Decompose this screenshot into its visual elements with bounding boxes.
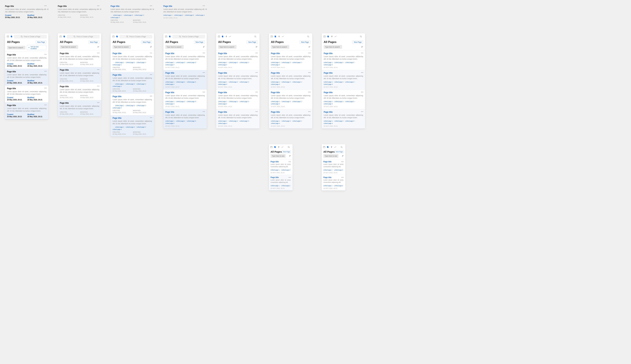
list-item[interactable]: •••Page titleLorem ipsum dolor sit amet,…	[322, 90, 365, 109]
search-input[interactable]	[112, 45, 131, 49]
more-icon[interactable]: •••	[202, 72, 205, 74]
more-icon[interactable]: •••	[308, 91, 311, 93]
page-title[interactable]: Page title	[163, 5, 207, 7]
list-item[interactable]: •••Page titleLorem ipsum dolor sit amet,…	[322, 175, 346, 190]
list-item[interactable]: ••• Page title Lorem ipsum dolor sit ame…	[5, 102, 48, 119]
new-page-button[interactable]: New Page	[335, 150, 344, 153]
pages-icon[interactable]	[274, 36, 276, 38]
list-item[interactable]: •••Page titleLorem ipsum dolor sit amet,…	[322, 109, 365, 128]
sort-icon[interactable]	[289, 155, 291, 157]
more-icon[interactable]: •••	[308, 72, 311, 74]
search-toggle[interactable]	[285, 145, 291, 149]
more-icon[interactable]: •••	[255, 110, 258, 112]
pages-icon[interactable]	[274, 146, 276, 148]
more-icon[interactable]: •••	[44, 87, 47, 89]
list-item[interactable]: •••Page titleLorem ipsum dolor sit amet,…	[110, 72, 154, 94]
search-toggle[interactable]	[285, 35, 311, 38]
calendar-icon[interactable]	[323, 36, 326, 38]
find-or-create[interactable]: Find or Create a Page	[172, 35, 205, 38]
new-page-button[interactable]: New Page	[247, 40, 258, 44]
sort-button[interactable]: Sort by last modified	[27, 45, 46, 50]
trends-icon[interactable]	[281, 146, 284, 148]
more-icon[interactable]: •••	[202, 110, 205, 112]
more-icon[interactable]: •••	[255, 72, 258, 74]
search-input[interactable]	[218, 45, 236, 49]
more-icon[interactable]: •••	[150, 116, 152, 118]
search-toggle[interactable]	[338, 145, 344, 149]
sort-icon[interactable]	[203, 46, 205, 48]
more-icon[interactable]: •••	[341, 176, 344, 178]
linked-page[interactable]: Linked page 1	[113, 14, 122, 16]
pages-icon[interactable]	[169, 36, 171, 38]
search-input[interactable]	[271, 45, 289, 49]
sort-icon[interactable]	[342, 155, 344, 157]
pinned-icon[interactable]	[278, 146, 280, 148]
sort-icon[interactable]	[256, 46, 258, 48]
more-icon[interactable]: •••	[288, 176, 291, 178]
trends-icon[interactable]	[334, 146, 336, 148]
linked-page[interactable]: Linked page 4	[196, 14, 204, 16]
more-icon[interactable]: •••	[97, 52, 100, 54]
sort-icon[interactable]	[309, 46, 310, 48]
more-icon[interactable]: •••	[44, 70, 47, 72]
more-icon[interactable]: •••	[97, 85, 100, 87]
more-icon[interactable]: •••	[361, 110, 364, 112]
list-item[interactable]: •••Page titleLorem ipsum dolor sit amet,…	[216, 90, 260, 109]
list-item[interactable]: ••• Page title Lorem ipsum dolor sit ame…	[5, 69, 48, 86]
linked-page[interactable]: Linked page 4	[110, 17, 120, 18]
find-or-create[interactable]: Find or Create a Page	[14, 35, 47, 38]
list-item[interactable]: •••Page titleLorem ipsum dolor sit amet,…	[269, 50, 312, 70]
list-item[interactable]: •••Page titleLorem ipsum dolor sit amet,…	[322, 50, 365, 70]
list-item[interactable]: •••Page titleLorem ipsum dolor sit amet,…	[163, 50, 207, 70]
more-icon[interactable]: •••	[44, 53, 47, 55]
calendar-icon[interactable]	[270, 36, 273, 38]
pages-icon[interactable]	[63, 36, 66, 38]
list-item[interactable]: •••Page titleLorem ipsum dolor sit amet,…	[163, 70, 207, 90]
more-icon[interactable]: •••	[255, 52, 258, 54]
search-input[interactable]	[165, 45, 184, 49]
more-icon[interactable]: •••	[150, 95, 152, 97]
sort-icon[interactable]	[150, 46, 152, 48]
pages-icon[interactable]	[116, 36, 118, 38]
more-icon[interactable]: •••	[150, 5, 152, 7]
calendar-icon[interactable]	[7, 36, 9, 38]
more-icon[interactable]: •••	[202, 5, 205, 7]
list-item[interactable]: •••Page titleLorem ipsum dolor sit amet,…	[163, 109, 207, 128]
calendar-icon[interactable]	[218, 36, 220, 38]
calendar-icon[interactable]	[60, 36, 62, 38]
new-page-button[interactable]: New Page	[352, 40, 363, 44]
list-item[interactable]: •••Page titleLorem ipsum dolor sit amet,…	[322, 70, 365, 90]
pages-icon[interactable]	[10, 36, 13, 38]
list-item[interactable]: •••Page titleLorem ipsum dolor sit amet,…	[110, 94, 154, 115]
sort-icon[interactable]	[98, 46, 99, 48]
new-page-button[interactable]: New Page	[194, 40, 205, 44]
pages-icon[interactable]	[222, 36, 224, 38]
trends-icon[interactable]	[282, 36, 284, 38]
new-page-button[interactable]: New Page	[300, 40, 310, 44]
linked-page[interactable]: Linked page 2	[174, 14, 183, 16]
more-icon[interactable]: •••	[255, 91, 258, 93]
more-icon[interactable]: •••	[341, 161, 344, 163]
find-or-create[interactable]: Find or Create a Page	[67, 35, 100, 38]
more-icon[interactable]: •••	[202, 52, 205, 54]
pinned-icon[interactable]	[330, 146, 333, 148]
list-item[interactable]: •••Page titleLorem ipsum dolor sit amet,…	[269, 175, 292, 190]
more-icon[interactable]: •••	[308, 52, 311, 54]
pinned-icon[interactable]	[331, 36, 333, 38]
list-item[interactable]: •••Page titleLorem ipsum dolor sit amet,…	[110, 50, 154, 72]
list-item[interactable]: •••Page titleLorem ipsum dolor sit amet,…	[58, 100, 101, 116]
search-toggle[interactable]	[338, 35, 364, 38]
trends-icon[interactable]	[229, 36, 231, 38]
pages-icon[interactable]	[327, 146, 329, 148]
new-page-button[interactable]: New Page	[88, 40, 99, 44]
list-item[interactable]: •••Page titleLorem ipsum dolor sit amet,…	[216, 50, 260, 70]
list-item[interactable]: •••Page titleLorem ipsum dolor sit amet,…	[58, 67, 101, 84]
page-title[interactable]: Page title	[110, 5, 154, 7]
linked-page[interactable]: Linked page 2	[124, 14, 132, 16]
more-icon[interactable]: •••	[202, 91, 205, 93]
pinned-icon[interactable]	[278, 36, 280, 38]
search-input[interactable]	[7, 46, 26, 50]
calendar-icon[interactable]	[270, 146, 272, 148]
calendar-icon[interactable]	[165, 36, 167, 38]
calendar-icon[interactable]	[112, 36, 114, 38]
